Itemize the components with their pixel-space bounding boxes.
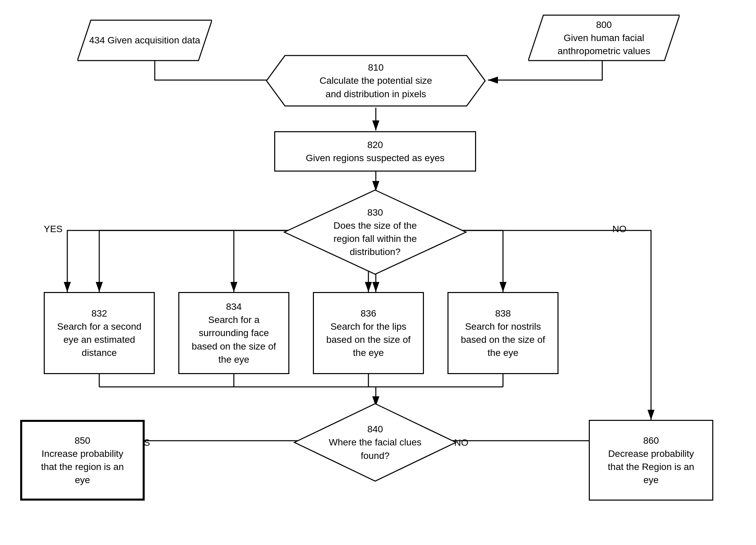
node-850: 850Increase probabilitythat the region i… (20, 420, 145, 501)
flowchart-diagram: 434 Given acquisition data 800Given huma… (0, 0, 756, 545)
node-820-label: 820Given regions suspected as eyes (306, 138, 444, 165)
node-850-label: 850Increase probabilitythat the region i… (41, 434, 124, 487)
node-836: 836Search for the lipsbased on the size … (313, 292, 424, 374)
node-800: 800Given human facialanthropometric valu… (528, 13, 680, 62)
no-bottom-right-label: NO (454, 437, 468, 448)
node-830: 830Does the size of theregion fall withi… (283, 188, 468, 276)
node-830-label: 830Does the size of theregion fall withi… (333, 206, 417, 259)
node-840: 840Where the facial cluesfound? (293, 402, 458, 483)
node-434: 434 Given acquisition data (77, 19, 212, 62)
node-838: 838Search for nostrilsbased on the size … (447, 292, 559, 374)
node-860: 860Decrease probabilitythat the Region i… (589, 420, 713, 501)
node-800-label: 800Given human facialanthropometric valu… (557, 18, 650, 58)
node-840-label: 840Where the facial cluesfound? (329, 423, 421, 462)
node-860-label: 860Decrease probabilitythat the Region i… (608, 434, 694, 487)
node-810-label: 810Calculate the potential sizeand distr… (320, 61, 432, 101)
node-810: 810Calculate the potential sizeand distr… (265, 54, 487, 108)
node-434-label: 434 Given acquisition data (89, 34, 200, 47)
node-838-label: 838Search for nostrilsbased on the size … (461, 307, 545, 360)
node-836-label: 836Search for the lipsbased on the size … (326, 307, 411, 360)
node-820: 820Given regions suspected as eyes (274, 131, 476, 172)
node-834: 834Search for asurrounding facebased on … (178, 292, 289, 374)
node-832-label: 832Search for a secondeye an estimateddi… (57, 307, 142, 360)
node-834-label: 834Search for asurrounding facebased on … (192, 300, 276, 366)
no-right-label: NO (612, 224, 626, 234)
yes-left-label: YES (44, 224, 63, 234)
node-832: 832Search for a secondeye an estimateddi… (44, 292, 155, 374)
